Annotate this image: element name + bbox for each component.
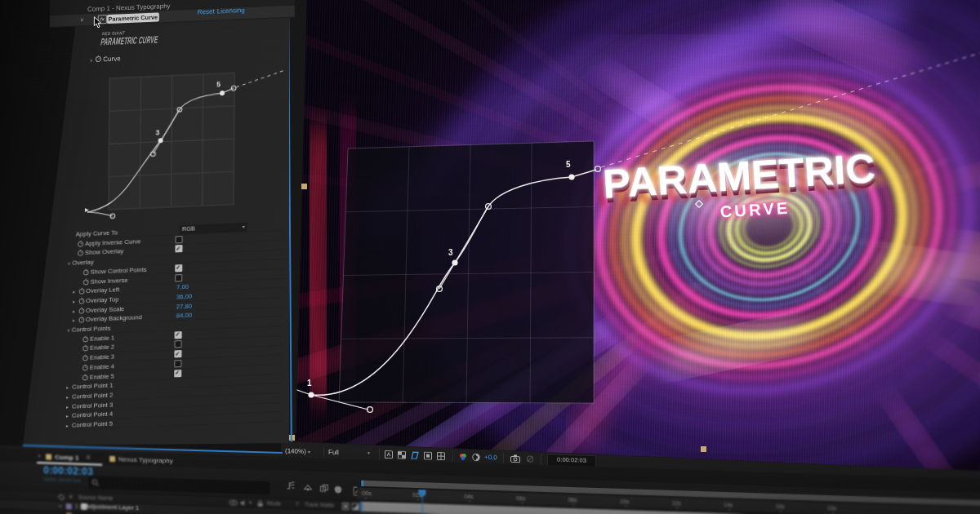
matte-icon-1[interactable] bbox=[342, 503, 350, 510]
curve-group-label: Curve bbox=[103, 55, 120, 63]
curve-editor-dashed-extension bbox=[236, 70, 285, 87]
curve-editor-widget[interactable]: 3 5 bbox=[76, 57, 323, 231]
effect-expander-chevron-icon[interactable]: ∨ bbox=[80, 16, 84, 23]
mask-visibility-icon[interactable] bbox=[411, 451, 419, 459]
audio-icon[interactable] bbox=[240, 499, 247, 507]
twirl-chevron-icon[interactable]: ▸ bbox=[66, 403, 69, 409]
timeline-search-box[interactable] bbox=[88, 476, 270, 494]
param-label: Control Point 1 bbox=[72, 382, 113, 391]
ruler-tick bbox=[417, 498, 418, 501]
twirl-chevron-icon[interactable]: ▸ bbox=[73, 308, 75, 313]
layer1-label-swatch[interactable] bbox=[66, 503, 72, 509]
checkbox-checked[interactable] bbox=[175, 264, 182, 272]
hand-tool-icon[interactable] bbox=[385, 450, 393, 459]
eye-icon[interactable] bbox=[229, 500, 238, 506]
timeline-timecode[interactable]: 0:00:02:03 bbox=[43, 464, 93, 477]
param-label: Enable 3 bbox=[90, 353, 114, 361]
mode-column[interactable]: Mode bbox=[267, 500, 282, 507]
mini-flowchart-icon[interactable] bbox=[286, 481, 295, 490]
stopwatch-icon[interactable] bbox=[78, 297, 85, 304]
layer1-name[interactable]: Adjustment Layer 1 bbox=[86, 503, 139, 510]
mouse-cursor bbox=[93, 16, 102, 29]
layer-number-column[interactable]: # bbox=[69, 494, 73, 499]
licensing-link[interactable]: Licensing bbox=[217, 6, 245, 14]
guides-icon[interactable] bbox=[437, 452, 445, 460]
param-value[interactable]: 36,00 bbox=[176, 292, 192, 300]
stopwatch-icon[interactable] bbox=[82, 268, 89, 276]
stopwatch-icon[interactable] bbox=[82, 354, 88, 361]
param-label: Overlay Left bbox=[86, 286, 119, 295]
stopwatch-icon[interactable] bbox=[82, 373, 88, 380]
solo-icon[interactable]: ● bbox=[249, 499, 252, 504]
stopwatch-icon[interactable] bbox=[78, 287, 85, 295]
twirl-chevron-icon[interactable]: ▸ bbox=[66, 413, 69, 419]
close-tab-icon[interactable]: × bbox=[38, 453, 41, 459]
transparency-grid-icon[interactable] bbox=[398, 450, 406, 459]
twirl-chevron-icon[interactable]: ▸ bbox=[73, 317, 75, 323]
twirl-chevron-icon[interactable]: ▸ bbox=[73, 289, 75, 295]
stopwatch-icon[interactable] bbox=[78, 240, 84, 247]
ruler-label: 04s bbox=[464, 493, 473, 498]
param-value[interactable]: 84,00 bbox=[176, 312, 192, 320]
stopwatch-icon[interactable] bbox=[82, 277, 89, 285]
checkbox-checked[interactable] bbox=[175, 331, 182, 339]
show-channel-icon[interactable] bbox=[459, 452, 467, 460]
source-name-column[interactable]: Source Name bbox=[78, 494, 114, 501]
frame-blend-icon[interactable] bbox=[319, 484, 328, 493]
ruler-label: 18s bbox=[827, 505, 836, 511]
snapshot-camera-icon[interactable] bbox=[510, 454, 520, 462]
show-snapshot-icon[interactable] bbox=[526, 454, 534, 463]
group-expander-chevron-icon[interactable]: ∨ bbox=[67, 259, 70, 265]
t-column[interactable]: T bbox=[296, 501, 299, 507]
param-label: Overlay Scale bbox=[86, 305, 124, 314]
exposure-value[interactable]: +0,0 bbox=[484, 454, 497, 461]
checkbox-unchecked[interactable] bbox=[175, 340, 182, 348]
curve-group-row[interactable]: ∨ Curve bbox=[89, 54, 120, 64]
group-expander-chevron-icon[interactable]: ∨ bbox=[89, 58, 92, 63]
param-label: Control Point 5 bbox=[72, 420, 113, 429]
ruler-tick bbox=[521, 502, 522, 504]
twirl-chevron-icon[interactable]: ▸ bbox=[66, 384, 69, 390]
checkbox-unchecked[interactable] bbox=[175, 274, 182, 281]
exposure-icon[interactable] bbox=[472, 453, 480, 461]
layer1-twirl-icon[interactable]: ▸ bbox=[60, 503, 62, 508]
reset-link[interactable]: Reset bbox=[198, 7, 215, 16]
stopwatch-icon[interactable] bbox=[82, 364, 88, 371]
draft3d-icon[interactable] bbox=[303, 483, 312, 492]
stopwatch-icon[interactable] bbox=[82, 335, 89, 343]
matte-icon-2[interactable] bbox=[352, 503, 359, 510]
checkbox-unchecked[interactable] bbox=[176, 236, 183, 243]
lock-icon[interactable] bbox=[257, 500, 264, 507]
tab-menu-icon[interactable]: ≡ bbox=[87, 454, 91, 461]
toolbar-separator bbox=[541, 454, 541, 464]
timeline-tab-comp1[interactable]: Comp 1 bbox=[55, 454, 78, 462]
layer-handle-bottom-center[interactable] bbox=[701, 446, 706, 452]
checkbox-checked[interactable] bbox=[176, 245, 183, 252]
param-value[interactable]: 27,80 bbox=[176, 302, 192, 310]
checkbox-checked[interactable] bbox=[174, 370, 181, 377]
twirl-chevron-icon[interactable]: ▸ bbox=[66, 394, 69, 400]
param-label: Show Overlay bbox=[85, 248, 123, 257]
checkbox-unchecked[interactable] bbox=[174, 360, 181, 367]
param-label: Control Point 3 bbox=[72, 401, 113, 410]
twirl-chevron-icon[interactable]: ▸ bbox=[73, 298, 75, 304]
resolution-chevron-icon[interactable]: ▾ bbox=[368, 450, 370, 455]
stopwatch-icon[interactable] bbox=[78, 307, 84, 314]
stopwatch-icon[interactable] bbox=[78, 250, 84, 257]
stopwatch-icon[interactable] bbox=[95, 55, 101, 62]
ruler-label: :00s bbox=[360, 490, 371, 495]
stopwatch-icon[interactable] bbox=[82, 344, 89, 352]
motion-blur-icon[interactable] bbox=[333, 485, 342, 494]
ruler-label: 08s bbox=[568, 496, 577, 502]
checkbox-checked[interactable] bbox=[174, 350, 181, 357]
work-area-start-handle[interactable] bbox=[361, 481, 363, 486]
label-column-icon bbox=[58, 494, 65, 501]
ruler-label: 10s bbox=[620, 498, 629, 503]
group-expander-chevron-icon[interactable]: ∨ bbox=[67, 326, 70, 332]
stopwatch-icon[interactable] bbox=[78, 316, 84, 323]
region-of-interest-icon[interactable] bbox=[424, 451, 432, 459]
param-value[interactable]: 7,00 bbox=[176, 283, 189, 291]
track-matte-column[interactable]: Track Matte bbox=[305, 501, 335, 507]
ruler-label: 14s bbox=[724, 501, 733, 507]
twirl-chevron-icon[interactable]: ▸ bbox=[66, 423, 69, 428]
